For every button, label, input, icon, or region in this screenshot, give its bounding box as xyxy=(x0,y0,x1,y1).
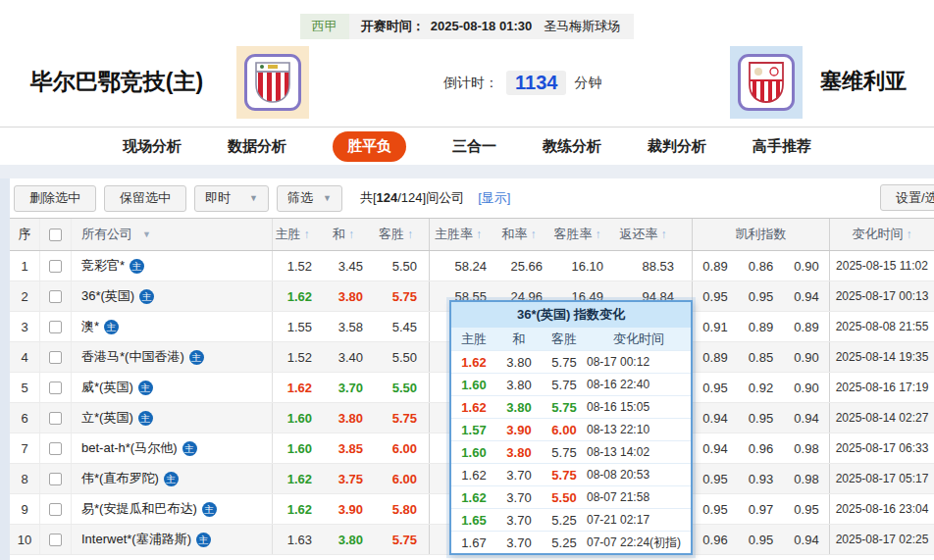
countdown-label: 倒计时： xyxy=(443,75,498,92)
change-time: 08-17 00:12 xyxy=(587,351,691,373)
col-change-time[interactable]: 变化时间↑ xyxy=(829,219,934,250)
odds-home: 1.52 xyxy=(272,251,324,280)
col-draw-odds[interactable]: 和↑ xyxy=(324,219,375,250)
tab-referee-analysis[interactable]: 裁判分析 xyxy=(648,137,706,156)
main-badge-icon: 主 xyxy=(138,411,153,426)
company-name[interactable]: bet-at-h*(马尔他) xyxy=(81,439,178,457)
popup-row: 1.623.805.7508-16 15:05 xyxy=(451,395,691,418)
company-cell: bet-at-h*(马尔他)主 xyxy=(71,433,272,463)
tab-three-in-one[interactable]: 三合一 xyxy=(452,137,496,156)
odds-draw: 3.80 xyxy=(324,525,375,554)
tab-coach-analysis[interactable]: 教练分析 xyxy=(543,137,601,156)
row-checkbox[interactable] xyxy=(49,351,62,364)
delete-selected-button[interactable]: 删除选中 xyxy=(14,185,96,212)
company-name[interactable]: 澳* xyxy=(81,318,99,335)
settings-button[interactable]: 设置/选择 xyxy=(880,184,934,211)
col-home-odds[interactable]: 主胜↑ xyxy=(272,219,324,250)
main-badge-icon: 主 xyxy=(139,289,154,304)
home-logo-box xyxy=(244,54,301,111)
row-check-cell xyxy=(39,251,71,280)
popup-row: 1.623.705.7508-08 20:53 xyxy=(451,463,691,485)
company-cell: 竞彩官*主 xyxy=(71,251,272,280)
row-index: 1 xyxy=(10,251,39,280)
kelly-index-1: 0.91 xyxy=(692,312,738,341)
odds-home: 1.60 xyxy=(451,374,496,395)
row-checkbox[interactable] xyxy=(49,260,62,273)
kelly-index-1: 0.95 xyxy=(692,494,738,524)
change-time: 08-08 20:53 xyxy=(587,464,691,485)
row-checkbox[interactable] xyxy=(49,503,62,516)
odds-draw: 3.70 xyxy=(496,509,542,531)
odds-draw: 3.80 xyxy=(324,403,375,433)
odds-draw: 3.80 xyxy=(496,374,542,395)
left-margin-strip xyxy=(0,178,10,560)
popup-row: 1.623.805.7508-17 00:12 xyxy=(451,350,691,373)
select-all-cell xyxy=(39,219,71,250)
row-checkbox[interactable] xyxy=(49,473,62,485)
sort-up-icon: ↑ xyxy=(304,228,310,241)
popup-row: 1.623.705.5008-07 21:58 xyxy=(451,485,691,508)
kelly-index-2: 0.89 xyxy=(738,312,784,341)
odds-home: 1.62 xyxy=(272,464,324,493)
row-checkbox[interactable] xyxy=(49,534,62,546)
company-name[interactable]: 伟*(直布罗陀) xyxy=(81,470,159,487)
odds-home: 1.67 xyxy=(451,532,496,553)
odds-away: 5.50 xyxy=(375,373,429,402)
tab-win-draw-lose[interactable]: 胜平负 xyxy=(333,131,406,162)
match-info-inner: 西甲 开赛时间：2025-08-18 01:30 圣马梅斯球场 xyxy=(300,14,634,39)
row-checkbox[interactable] xyxy=(49,442,62,455)
col-company[interactable]: 所有公司▼ xyxy=(71,219,272,250)
odds-away: 5.50 xyxy=(542,486,587,508)
main-badge-icon: 主 xyxy=(104,320,119,334)
row-check-cell xyxy=(39,494,71,524)
company-name[interactable]: 香港马*(中国香港) xyxy=(81,348,184,366)
odds-draw: 3.58 xyxy=(324,312,375,341)
row-checkbox[interactable] xyxy=(49,321,62,333)
select-all-checkbox[interactable] xyxy=(49,229,62,241)
company-name[interactable]: Interwet*(塞浦路斯) xyxy=(81,531,191,548)
col-home-rate[interactable]: 主胜率↑ xyxy=(429,219,495,250)
away-crest-icon xyxy=(747,60,786,105)
row-checkbox[interactable] xyxy=(49,290,62,303)
tab-data-analysis[interactable]: 数据分析 xyxy=(228,137,286,156)
kelly-index-2: 0.93 xyxy=(738,464,784,493)
odds-draw: 3.70 xyxy=(496,532,542,553)
company-cell: 威*(英国)主 xyxy=(71,373,272,402)
popup-col-draw: 和 xyxy=(496,328,542,350)
odds-draw: 3.80 xyxy=(496,441,542,463)
company-name[interactable]: 立*(英国) xyxy=(81,409,133,427)
tab-live-analysis[interactable]: 现场分析 xyxy=(123,137,182,156)
col-away-odds[interactable]: 客胜↑ xyxy=(375,219,429,250)
col-draw-rate[interactable]: 和率↑ xyxy=(495,219,551,250)
partial-next-row xyxy=(10,555,934,559)
company-name[interactable]: 竞彩官* xyxy=(81,257,125,275)
row-check-cell xyxy=(39,433,71,463)
odds-draw: 3.85 xyxy=(324,433,375,463)
company-name[interactable]: 易*(安提瓜和巴布达) xyxy=(81,500,197,518)
draw-rate: 25.66 xyxy=(495,251,551,280)
team-header: 毕尔巴鄂竞技(主) xyxy=(0,39,934,127)
keep-selected-button[interactable]: 保留选中 xyxy=(104,185,186,212)
table-header: 序 所有公司▼ 主胜↑ 和↑ 客胜↑ 主胜率↑ 和率↑ 客胜率↑ 返还率↑ 凯利… xyxy=(10,219,934,251)
row-checkbox[interactable] xyxy=(49,382,62,394)
row-checkbox[interactable] xyxy=(49,412,62,425)
instant-dropdown[interactable]: 即时▼ xyxy=(194,185,269,212)
odds-home: 1.62 xyxy=(451,396,496,418)
company-count: 共[124/124]间公司 xyxy=(360,189,464,207)
company-name[interactable]: 威*(英国) xyxy=(81,379,133,396)
filter-dropdown[interactable]: 筛选▼ xyxy=(277,185,342,212)
away-team-name: 塞维利亚 xyxy=(803,67,924,96)
col-return-rate[interactable]: 返还率↑ xyxy=(612,219,692,250)
odds-away: 5.75 xyxy=(375,403,429,433)
row-index: 4 xyxy=(10,342,39,372)
chevron-down-icon: ▼ xyxy=(142,229,151,239)
col-away-rate[interactable]: 客胜率↑ xyxy=(551,219,612,250)
show-link[interactable]: [显示] xyxy=(478,189,510,207)
company-name[interactable]: 36*(英国) xyxy=(81,287,134,305)
odds-draw: 3.40 xyxy=(324,342,375,372)
odds-draw: 3.70 xyxy=(324,373,375,402)
tab-expert-picks[interactable]: 高手推荐 xyxy=(752,137,811,156)
home-rate: 58.24 xyxy=(429,251,495,280)
main-badge-icon: 主 xyxy=(189,350,204,365)
kelly-index-2: 0.95 xyxy=(738,281,784,311)
